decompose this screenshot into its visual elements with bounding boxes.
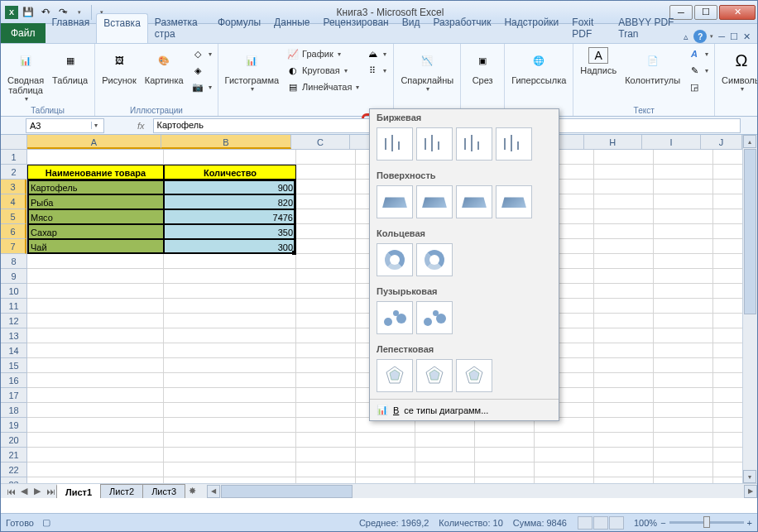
help-icon[interactable]: ?	[693, 30, 707, 43]
chart-option-stock-1[interactable]	[416, 127, 453, 161]
row-header-4[interactable]: 4	[1, 194, 26, 209]
data-cell-r2-c0[interactable]: Мясо	[27, 209, 164, 224]
horizontal-scrollbar[interactable]: ◀▶	[207, 484, 757, 498]
sparklines-button[interactable]: 📉Спарклайны▾	[397, 46, 457, 94]
row-header-19[interactable]: 19	[1, 418, 26, 433]
zoom-in-button[interactable]: +	[747, 518, 752, 528]
slicer-button[interactable]: ▣Срез	[464, 46, 501, 87]
data-cell-r4-c1[interactable]: 300	[164, 239, 296, 254]
wordart-button[interactable]: A▾	[685, 46, 711, 62]
symbol-button[interactable]: ΩСимволы▾	[718, 46, 758, 94]
chart-option-surf-2[interactable]	[456, 185, 492, 218]
row-header-22[interactable]: 22	[1, 463, 26, 477]
mdi-minimize-icon[interactable]: ─	[718, 31, 725, 41]
chart-option-donut-0[interactable]	[377, 243, 413, 276]
chart-option-stock-2[interactable]	[456, 127, 492, 161]
page-break-view-button[interactable]	[609, 516, 624, 530]
row-header-3[interactable]: 3	[1, 180, 26, 194]
normal-view-button[interactable]	[578, 516, 592, 530]
row-header-8[interactable]: 8	[1, 254, 26, 269]
sheet-nav-next[interactable]: ▶	[31, 485, 44, 498]
data-cell-r3-c1[interactable]: 350	[164, 224, 296, 239]
sheet-tab-1[interactable]: Лист2	[100, 484, 143, 499]
new-sheet-icon[interactable]: ✸	[185, 485, 199, 498]
chart-option-radar-1[interactable]	[416, 359, 453, 392]
chart-option-surf-3[interactable]	[496, 185, 532, 218]
chart-option-stock-3[interactable]	[496, 127, 532, 161]
shapes-button[interactable]: ◇▾	[189, 46, 214, 62]
row-header-12[interactable]: 12	[1, 314, 26, 328]
row-header-11[interactable]: 11	[1, 299, 26, 314]
column-header-J[interactable]: J	[701, 135, 742, 149]
screenshot-button[interactable]: 📷▾	[189, 79, 214, 95]
data-cell-r4-c0[interactable]: Чай	[27, 239, 164, 254]
ribbon-tab-5[interactable]: Рецензирован	[316, 13, 395, 43]
ribbon-tab-9[interactable]: Foxit PDF	[565, 13, 612, 43]
object-button[interactable]: ◲	[685, 79, 711, 95]
picture-button[interactable]: 🖼Рисунок	[98, 46, 140, 87]
row-header-17[interactable]: 17	[1, 388, 26, 403]
bar-chart-button[interactable]: ▤Линейчатая▾	[284, 79, 362, 95]
ribbon-tab-3[interactable]: Формулы	[211, 13, 267, 43]
close-button[interactable]: ✕	[719, 5, 756, 20]
sheet-tab-0[interactable]: Лист1	[56, 484, 101, 499]
scatter-chart-button[interactable]: ⠿▾	[363, 62, 390, 79]
ribbon-tab-2[interactable]: Разметка стра	[148, 13, 211, 43]
ribbon-tab-4[interactable]: Данные	[267, 13, 316, 43]
row-header-21[interactable]: 21	[1, 448, 26, 463]
row-header-13[interactable]: 13	[1, 328, 26, 343]
all-chart-types-button[interactable]: 📊Все типы диаграмм...	[370, 399, 559, 420]
line-chart-button[interactable]: 📈График▾	[284, 46, 362, 62]
row-header-7[interactable]: 7	[1, 239, 26, 254]
vertical-scrollbar[interactable]: ▴ ▾	[742, 135, 757, 498]
chart-option-radar-2[interactable]	[456, 359, 492, 392]
chart-option-bubble-1[interactable]	[416, 301, 453, 334]
sheet-nav-first[interactable]: ⏮	[4, 485, 17, 498]
chart-option-donut-1[interactable]	[416, 243, 453, 276]
chart-option-stock-0[interactable]	[377, 127, 413, 161]
data-cell-r0-c0[interactable]: Картофель	[27, 180, 164, 194]
ribbon-tab-8[interactable]: Надстройки	[497, 13, 565, 43]
chart-option-radar-0[interactable]	[377, 359, 413, 392]
chart-option-surf-1[interactable]	[416, 185, 453, 218]
smartart-button[interactable]: ◈	[189, 62, 214, 79]
sheet-nav-prev[interactable]: ◀	[17, 485, 31, 498]
pie-chart-button[interactable]: ◐Круговая▾	[284, 62, 362, 79]
select-all-corner[interactable]	[1, 135, 27, 150]
row-header-5[interactable]: 5	[1, 209, 26, 224]
header-cell-1[interactable]: Количество	[164, 165, 296, 180]
row-header-16[interactable]: 16	[1, 373, 26, 388]
column-header-H[interactable]: H	[584, 135, 643, 149]
data-cell-r2-c1[interactable]: 7476	[164, 209, 296, 224]
ribbon-tab-1[interactable]: Вставка	[96, 13, 148, 43]
textbox-button[interactable]: AНадпись	[577, 46, 620, 77]
pivot-table-button[interactable]: 📊Своднаятаблица▾	[4, 46, 47, 104]
minimize-ribbon-icon[interactable]: ▵	[684, 31, 688, 42]
row-header-10[interactable]: 10	[1, 284, 26, 299]
maximize-button[interactable]: ☐	[694, 5, 717, 20]
name-box[interactable]: A3▾	[26, 118, 104, 133]
header-cell-0[interactable]: Наименование товара	[27, 165, 164, 180]
ribbon-tab-7[interactable]: Разработчик	[426, 13, 497, 43]
ribbon-tab-10[interactable]: ABBYY PDF Tran	[612, 13, 684, 43]
ribbon-tab-6[interactable]: Вид	[396, 13, 427, 43]
data-cell-r1-c1[interactable]: 820	[164, 194, 296, 209]
column-header-A[interactable]: A	[27, 135, 161, 149]
data-cell-r3-c0[interactable]: Сахар	[27, 224, 164, 239]
ribbon-tab-0[interactable]: Главная	[46, 13, 97, 43]
table-button[interactable]: ▦Таблица	[49, 46, 91, 87]
zoom-level[interactable]: 100%	[634, 518, 657, 528]
macro-record-icon[interactable]: ▢	[42, 517, 50, 528]
sheet-nav-last[interactable]: ⏭	[44, 485, 57, 498]
row-header-18[interactable]: 18	[1, 403, 26, 418]
column-header-C[interactable]: C	[291, 135, 350, 149]
chart-option-bubble-0[interactable]	[377, 301, 413, 334]
save-icon[interactable]: 💾	[20, 3, 36, 22]
row-header-6[interactable]: 6	[1, 224, 26, 239]
row-header-15[interactable]: 15	[1, 358, 26, 373]
mdi-close-icon[interactable]: ✕	[743, 31, 751, 42]
header-footer-button[interactable]: 📄Колонтитулы	[621, 46, 684, 87]
clipart-button[interactable]: 🎨Картинка	[142, 46, 187, 87]
row-header-2[interactable]: 2	[1, 165, 26, 180]
zoom-slider[interactable]	[669, 521, 744, 524]
